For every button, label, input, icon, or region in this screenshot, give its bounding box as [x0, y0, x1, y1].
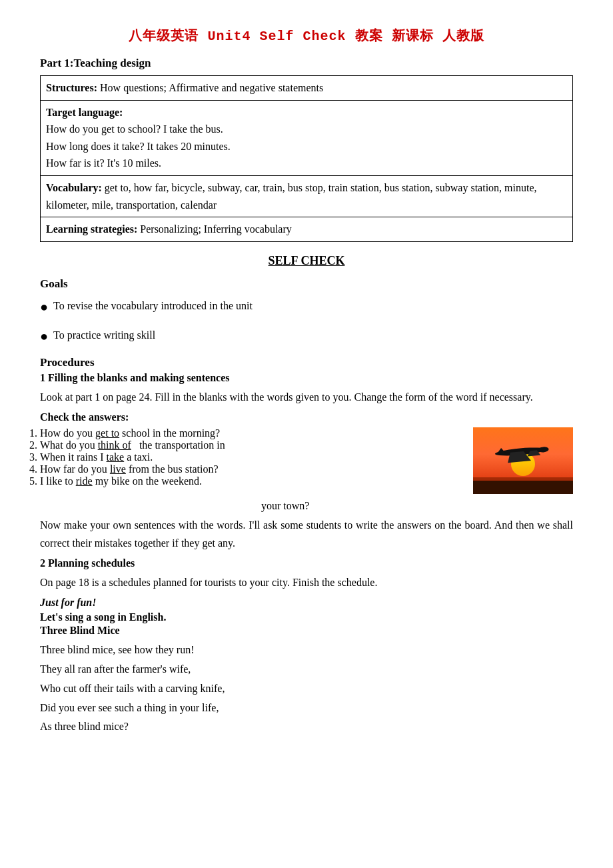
goal-1-text: To revise the vocabulary introduced in t… — [53, 297, 253, 315]
your-town-text: your town? — [261, 500, 309, 511]
svg-rect-3 — [473, 481, 573, 494]
procedures-section: Procedures 1 Filling the blanks and maki… — [40, 356, 573, 737]
answer-2: What do you think of the transportation … — [40, 439, 473, 451]
vocabulary-row: Vocabulary: get to, how far, bicycle, su… — [41, 175, 573, 217]
lets-sing: Let's sing a song in English. — [40, 611, 573, 623]
just-for-fun: Just for fun! — [40, 597, 573, 609]
planning-text: On page 18 is a schedules planned for to… — [40, 573, 573, 591]
planning-heading: 2 Planning schedules — [40, 557, 573, 569]
answer-4: How far do you live from the bus station… — [40, 463, 473, 475]
bullet-icon-1: ● — [40, 296, 48, 317]
answer3-underline: take — [107, 451, 125, 463]
song-title: Three Blind Mice — [40, 625, 573, 637]
structures-row: Structures: How questions; Affirmative a… — [41, 76, 573, 101]
answer4-underline: live — [110, 463, 126, 475]
song-line-4: Did you ever see such a thing in your li… — [40, 699, 573, 718]
answer-1: How do you get to school in the morning? — [40, 427, 473, 439]
target-line-2: How long does it take? It takes 20 minut… — [46, 138, 567, 155]
target-row: Target language: How do you get to schoo… — [41, 100, 573, 175]
answers-with-image: How do you get to school in the morning?… — [40, 427, 573, 494]
song-lyrics: Three blind mice, see how they run! They… — [40, 641, 573, 737]
goal-item-2: ● To practice writing skill — [40, 327, 573, 347]
learning-row: Learning strategies: Personalizing; Infe… — [41, 217, 573, 242]
song-line-2: They all ran after the farmer's wife, — [40, 660, 573, 679]
vocabulary-text: get to, how far, bicycle, subway, car, t… — [46, 182, 537, 211]
song-line-5: As three blind mice? — [40, 717, 573, 737]
learning-text: Personalizing; Inferring vocabulary — [137, 223, 291, 235]
learning-label: Learning strategies: — [46, 223, 137, 235]
song-line-1: Three blind mice, see how they run! — [40, 641, 573, 660]
song-line-3: Who cut off their tails with a carving k… — [40, 679, 573, 699]
target-label: Target language: — [46, 104, 567, 121]
vocabulary-label: Vocabulary: — [46, 182, 102, 193]
make-sentences-text: Now make your own sentences with the wor… — [40, 516, 573, 552]
answer-5: I like to ride my bike on the weekend. — [40, 475, 473, 487]
answer2-underline: think of — [98, 439, 131, 451]
structures-label: Structures: — [46, 82, 97, 93]
target-line-1: How do you get to school? I take the bus… — [46, 121, 567, 138]
teaching-design-table: Structures: How questions; Affirmative a… — [40, 75, 573, 242]
goal-item-1: ● To revise the vocabulary introduced in… — [40, 297, 573, 317]
answer5-underline: ride — [76, 475, 93, 487]
answer-2-continuation: your town? — [40, 497, 573, 516]
answer-3: When it rains I take a taxi. — [40, 451, 473, 463]
goals-heading: Goals — [40, 277, 573, 291]
filling-heading: 1 Filling the blanks and making sentence… — [40, 372, 573, 384]
part1-heading: Part 1:Teaching design — [40, 57, 573, 70]
bullet-icon-2: ● — [40, 325, 48, 347]
goal-2-text: To practice writing skill — [53, 327, 155, 344]
answer1-underline: get to — [95, 427, 119, 439]
planning-section: 2 Planning schedules On page 18 is a sch… — [40, 557, 573, 591]
procedures-heading: Procedures — [40, 356, 573, 369]
structures-text: How questions; Affirmative and negative … — [97, 82, 323, 93]
filling-text: Look at part 1 on page 24. Fill in the b… — [40, 388, 573, 406]
self-check-title: SELF CHECK — [40, 254, 573, 268]
check-answers-heading: Check the answers: — [40, 411, 573, 423]
page-title: 八年级英语 Unit4 Self Check 教案 新课标 人教版 — [40, 27, 573, 45]
target-line-3: How far is it? It's 10 miles. — [46, 155, 567, 172]
answers-text-column: How do you get to school in the morning?… — [40, 427, 473, 487]
airplane-image — [473, 427, 573, 494]
answers-list: How do you get to school in the morning?… — [40, 427, 473, 487]
